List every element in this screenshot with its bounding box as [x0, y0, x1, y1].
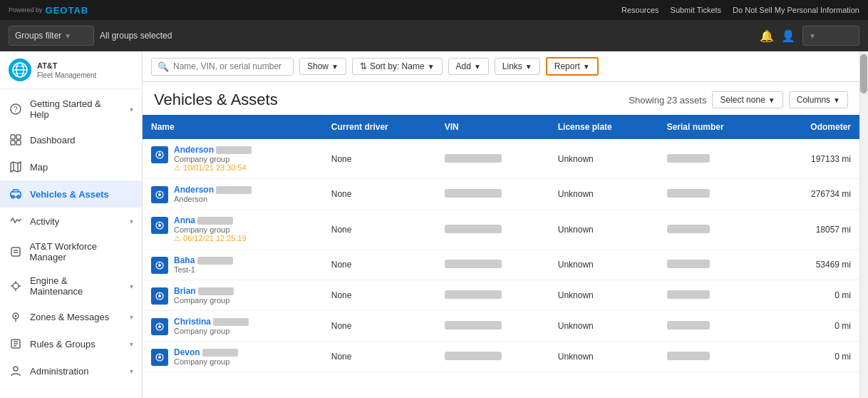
svg-point-45: [158, 295, 161, 297]
vehicle-name[interactable]: Anderson: [174, 185, 252, 195]
att-sub: Fleet Management: [37, 71, 96, 79]
sidebar-item-label: Dashboard: [30, 135, 76, 146]
table-row[interactable]: Anderson Anderson None Unknown 276734 mi: [143, 179, 859, 210]
col-driver[interactable]: Current driver: [323, 115, 436, 139]
submit-tickets-link[interactable]: Submit Tickets: [671, 6, 722, 14]
vehicle-name[interactable]: Anderson: [174, 145, 252, 155]
scrollbar[interactable]: [859, 51, 868, 398]
resources-link[interactable]: Resources: [621, 6, 659, 14]
chevron-right-icon: ▾: [130, 367, 133, 375]
vehicle-name[interactable]: Devon: [174, 347, 238, 357]
col-serial[interactable]: Serial number: [658, 115, 772, 139]
serial-blurred: [667, 225, 710, 233]
cell-vin-2: [436, 210, 549, 250]
show-button[interactable]: Show ▼: [299, 58, 346, 75]
svg-point-39: [158, 224, 161, 227]
svg-point-33: [158, 153, 161, 156]
sidebar-item-getting-started[interactable]: ? Getting Started & Help ▾: [0, 92, 142, 126]
chevron-right-icon: ▾: [130, 218, 133, 225]
table-row[interactable]: Anderson Company group ⚠ 10/01/21 23:30:…: [143, 139, 859, 179]
cell-license-5: Unknown: [549, 311, 658, 342]
cell-serial-6: [658, 342, 772, 372]
col-odometer[interactable]: Odometer: [772, 115, 859, 139]
sidebar-item-rules[interactable]: Rules & Groups ▾: [0, 330, 142, 357]
cell-serial-4: [658, 280, 772, 311]
col-license[interactable]: License plate: [549, 115, 658, 139]
search-box[interactable]: 🔍: [151, 58, 294, 76]
columns-button[interactable]: Columns ▼: [789, 91, 848, 108]
cell-driver-1: None: [323, 179, 436, 210]
table-row[interactable]: Christina Company group None Unknown 0 m…: [143, 311, 859, 342]
serial-blurred: [667, 321, 710, 330]
top-bar-right: Resources Submit Tickets Do Not Sell My …: [621, 6, 859, 14]
sidebar-item-label: Vehicles & Assets: [30, 189, 109, 200]
svg-text:?: ?: [14, 106, 18, 113]
table-row[interactable]: Anna Company group ⚠ 06/12/21 12:25:19 N…: [143, 210, 859, 250]
sidebar-item-vehicles[interactable]: Vehicles & Assets: [0, 180, 142, 208]
user-icon[interactable]: 👤: [781, 29, 795, 43]
scroll-thumb[interactable]: [860, 54, 867, 93]
rules-icon: [9, 337, 23, 351]
vin-blurred: [445, 260, 502, 268]
add-button[interactable]: Add ▼: [448, 58, 489, 75]
sidebar-item-activity[interactable]: Activity ▾: [0, 208, 142, 235]
col-name[interactable]: Name: [143, 115, 323, 139]
vehicle-name[interactable]: Christina: [174, 317, 249, 327]
sort-label: Sort by: Name: [370, 61, 425, 71]
vehicle-name[interactable]: Anna: [174, 215, 247, 225]
cell-name-6: Devon Company group: [143, 342, 323, 372]
chevron-down-icon: ▼: [428, 63, 435, 71]
cell-vin-3: [436, 250, 549, 280]
dashboard-icon: [9, 133, 23, 147]
vehicle-group: Company group: [174, 225, 247, 234]
main-layout: AT&T Fleet Management ? Getting Started …: [0, 51, 868, 398]
do-not-sell-link[interactable]: Do Not Sell My Personal Information: [733, 6, 859, 14]
vehicle-group: Company group: [174, 296, 234, 305]
notifications-icon[interactable]: 🔔: [760, 29, 774, 43]
sidebar-item-map[interactable]: Map: [0, 153, 142, 180]
att-name: AT&T: [37, 61, 96, 71]
showing-count: Showing 23 assets: [629, 95, 706, 106]
svg-rect-17: [11, 248, 20, 256]
engine-icon: [9, 279, 23, 293]
vehicle-name[interactable]: Brian: [174, 286, 234, 296]
cell-odometer-6: 0 mi: [772, 342, 859, 372]
vehicle-name[interactable]: Baha: [174, 255, 233, 265]
serial-blurred: [667, 260, 710, 268]
groups-filter[interactable]: Groups filter ▼: [9, 26, 94, 46]
sidebar-item-label: Map: [30, 162, 48, 173]
select-none-button[interactable]: Select none ▼: [712, 91, 782, 108]
links-button[interactable]: Links ▼: [495, 58, 540, 75]
sidebar-item-dashboard[interactable]: Dashboard: [0, 126, 142, 153]
sort-button[interactable]: ⇅ Sort by: Name ▼: [352, 58, 443, 75]
vehicle-group: Company group: [174, 357, 238, 366]
sidebar: AT&T Fleet Management ? Getting Started …: [0, 51, 143, 398]
chevron-down-icon: ▼: [583, 63, 590, 71]
search-input[interactable]: [173, 61, 287, 71]
sidebar-item-administration[interactable]: Administration ▾: [0, 357, 142, 384]
top-bar: Powered by GEOTAB Resources Submit Ticke…: [0, 0, 868, 20]
col-vin[interactable]: VIN: [436, 115, 549, 139]
user-dropdown[interactable]: ▼: [802, 26, 859, 46]
administration-icon: [9, 364, 23, 378]
table-row[interactable]: Devon Company group None Unknown 0 mi: [143, 342, 859, 372]
cell-vin-0: [436, 139, 549, 179]
sidebar-item-zones[interactable]: Zones & Messages ▾: [0, 303, 142, 330]
cell-driver-0: None: [323, 139, 436, 179]
vehicle-warning: ⚠ 06/12/21 12:25:19: [174, 234, 247, 243]
table-row[interactable]: Baha Test-1 None Unknown 53469 mi: [143, 250, 859, 280]
toolbar: 🔍 Show ▼ ⇅ Sort by: Name ▼ Add ▼ Links ▼: [143, 51, 859, 82]
table-row[interactable]: Brian Company group None Unknown 0 mi: [143, 280, 859, 311]
geotab-logo: Powered by GEOTAB: [9, 5, 88, 16]
links-label: Links: [502, 61, 522, 71]
serial-blurred: [667, 290, 710, 299]
report-button[interactable]: Report ▼: [546, 57, 599, 76]
svg-rect-9: [11, 141, 15, 145]
sidebar-item-label: AT&T Workforce Manager: [29, 241, 133, 262]
sidebar-logo: AT&T Fleet Management: [0, 51, 142, 89]
sidebar-item-workforce[interactable]: AT&T Workforce Manager: [0, 235, 142, 269]
svg-point-51: [158, 356, 161, 359]
sort-icon: ⇅: [360, 61, 367, 71]
sidebar-item-engine[interactable]: Engine & Maintenance ▾: [0, 269, 142, 303]
sidebar-item-label: Rules & Groups: [30, 339, 95, 349]
